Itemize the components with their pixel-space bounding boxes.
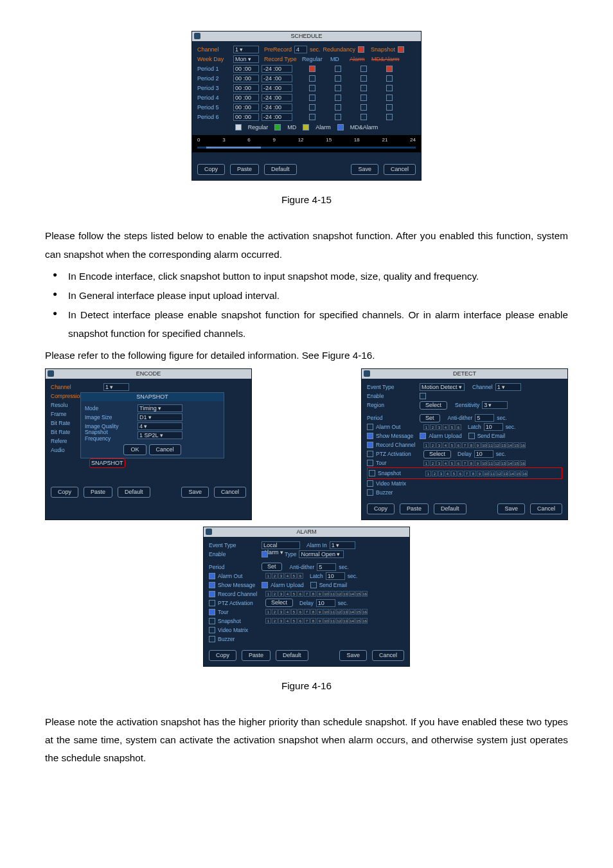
- al-ptz-cb[interactable]: [209, 600, 215, 606]
- det-recchan[interactable]: 12345678910111213141516: [423, 442, 526, 448]
- det-upload-cb[interactable]: [420, 433, 426, 439]
- period-mdalarm[interactable]: [386, 75, 393, 82]
- snap-size[interactable]: D1: [138, 413, 182, 421]
- period-end[interactable]: -24 :00: [262, 75, 292, 82]
- al-recchan[interactable]: 12345678910111213141516: [265, 591, 368, 597]
- det-period-set[interactable]: Set: [420, 414, 440, 422]
- det-alarmout-cb[interactable]: [367, 424, 373, 430]
- redundancy-checkbox[interactable]: [358, 46, 364, 53]
- period-end[interactable]: -24 :00: [262, 113, 292, 121]
- period-md[interactable]: [335, 95, 341, 101]
- al-video-cb[interactable]: [209, 627, 215, 633]
- det-tour-chan[interactable]: 12345678910111213141516: [423, 460, 526, 466]
- default-button[interactable]: Default: [264, 164, 297, 175]
- period-regular[interactable]: [309, 114, 315, 120]
- period-start[interactable]: 00 :00: [233, 75, 259, 82]
- al-email-cb[interactable]: [310, 582, 317, 588]
- al-tour-chan[interactable]: 12345678910111213141516: [265, 609, 368, 615]
- period-regular[interactable]: [309, 66, 315, 72]
- period-alarm[interactable]: [360, 66, 367, 72]
- period-md[interactable]: [335, 66, 341, 72]
- period-alarm[interactable]: [360, 85, 367, 91]
- det-evtype[interactable]: Motion Detect: [420, 383, 465, 391]
- period-mdalarm[interactable]: [386, 114, 393, 120]
- save-button[interactable]: Save: [351, 164, 378, 175]
- period-end[interactable]: -24 :00: [262, 94, 292, 102]
- det-tour-cb[interactable]: [367, 460, 373, 466]
- enc-save[interactable]: Save: [181, 487, 209, 498]
- snap-quality[interactable]: 4: [138, 422, 182, 430]
- period-md[interactable]: [335, 85, 341, 91]
- al-ptz-select[interactable]: Select: [265, 599, 293, 607]
- period-alarm[interactable]: [360, 104, 367, 111]
- period-regular[interactable]: [309, 104, 315, 111]
- enc-cancel[interactable]: Cancel: [214, 487, 246, 498]
- prerecord-input[interactable]: 4: [294, 46, 307, 53]
- period-end[interactable]: -24 :00: [262, 65, 292, 73]
- det-recchan-cb[interactable]: [367, 442, 373, 448]
- det-ptz-cb[interactable]: [367, 451, 373, 457]
- copy-button[interactable]: Copy: [197, 164, 225, 175]
- snap-freq[interactable]: 1 SP2L: [138, 431, 182, 439]
- det-email-cb[interactable]: [468, 433, 475, 439]
- snapshot-checkbox[interactable]: [398, 46, 404, 53]
- al-delay[interactable]: 10: [316, 599, 335, 607]
- enc-default[interactable]: Default: [118, 487, 150, 498]
- al-snapshot-cb[interactable]: [209, 618, 215, 624]
- period-regular[interactable]: [309, 75, 315, 82]
- det-alarmout-chan[interactable]: 123456: [423, 424, 461, 430]
- period-md[interactable]: [335, 104, 341, 111]
- al-snapshot-chan[interactable]: 12345678910111213141516: [265, 618, 368, 624]
- enc-paste[interactable]: Paste: [84, 487, 112, 498]
- al-set[interactable]: Set: [262, 563, 282, 571]
- period-alarm[interactable]: [360, 75, 367, 82]
- period-end[interactable]: -24 :00: [262, 84, 292, 92]
- cancel-button[interactable]: Cancel: [384, 164, 416, 175]
- period-regular[interactable]: [309, 85, 315, 91]
- enc-snapshot-button[interactable]: SNAPSHOT: [89, 458, 125, 468]
- al-out-chan[interactable]: 123456: [265, 573, 303, 579]
- det-delay[interactable]: 10: [474, 450, 493, 458]
- snap-ok[interactable]: OK: [123, 444, 146, 455]
- det-snapshot-cb[interactable]: [369, 470, 375, 476]
- al-buzzer-cb[interactable]: [209, 636, 215, 642]
- det-anti[interactable]: 5: [475, 414, 494, 422]
- al-showmsg-cb[interactable]: [209, 582, 215, 588]
- channel-select[interactable]: 1: [233, 46, 259, 53]
- period-md[interactable]: [335, 75, 341, 82]
- al-type[interactable]: Normal Open: [299, 550, 344, 558]
- al-evtype[interactable]: Local Alarm: [262, 541, 300, 549]
- period-regular[interactable]: [309, 95, 315, 101]
- weekday-select[interactable]: Mon: [233, 55, 259, 63]
- period-end[interactable]: -24 :00: [262, 104, 292, 111]
- period-start[interactable]: 00 :00: [233, 104, 259, 111]
- det-save[interactable]: Save: [497, 503, 525, 514]
- al-out-cb[interactable]: [209, 573, 215, 579]
- det-ptz-select[interactable]: Select: [423, 450, 451, 458]
- al-tour-cb[interactable]: [209, 609, 215, 615]
- det-latch[interactable]: 10: [484, 423, 503, 431]
- det-default[interactable]: Default: [434, 503, 466, 514]
- det-copy[interactable]: Copy: [367, 503, 395, 514]
- det-region-select[interactable]: Select: [420, 401, 447, 410]
- paste-button[interactable]: Paste: [230, 164, 259, 175]
- enc-channel[interactable]: 1: [103, 383, 129, 391]
- period-mdalarm[interactable]: [386, 95, 393, 101]
- det-buzzer-cb[interactable]: [367, 489, 373, 496]
- det-showmsg-cb[interactable]: [367, 433, 373, 439]
- det-sens[interactable]: 3: [482, 401, 508, 409]
- snap-mode[interactable]: Timing: [138, 404, 182, 412]
- al-enable[interactable]: [262, 551, 268, 557]
- enc-copy[interactable]: Copy: [51, 487, 78, 498]
- al-latch[interactable]: 10: [326, 572, 345, 580]
- period-start[interactable]: 00 :00: [233, 113, 259, 121]
- period-start[interactable]: 00 :00: [233, 65, 259, 73]
- det-snapshot-chan[interactable]: 12345678910111213141516: [425, 471, 528, 476]
- period-md[interactable]: [335, 114, 341, 120]
- al-cancel[interactable]: Cancel: [372, 650, 404, 661]
- al-paste[interactable]: Paste: [242, 650, 271, 661]
- period-alarm[interactable]: [360, 114, 367, 120]
- al-recchan-cb[interactable]: [209, 591, 215, 597]
- al-save[interactable]: Save: [339, 650, 367, 661]
- period-alarm[interactable]: [360, 95, 367, 101]
